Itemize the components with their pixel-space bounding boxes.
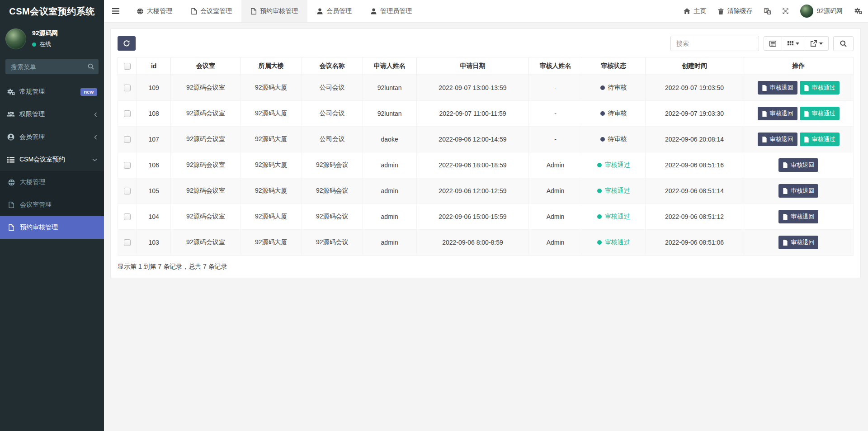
gears-icon xyxy=(7,89,15,95)
table-row: 10692源码会议室92源码大厦92源码会议admin2022-09-06 18… xyxy=(118,152,854,178)
sidebar-item-general[interactable]: 常规管理 new xyxy=(0,81,104,103)
meeting-name-cell: 92源码会议 xyxy=(302,230,363,256)
sidebar-item-permissions[interactable]: 权限管理 xyxy=(0,103,104,126)
row-checkbox[interactable] xyxy=(124,188,131,194)
building-cell: 92源码大厦 xyxy=(241,75,302,101)
reject-button[interactable]: 审核退回 xyxy=(778,184,818,198)
export-dropdown-button[interactable] xyxy=(805,36,829,51)
reject-button[interactable]: 审核退回 xyxy=(758,133,797,146)
applicant-cell: admin xyxy=(363,178,416,204)
applicant-cell: daoke xyxy=(363,127,416,152)
tab-admin-mgmt[interactable]: 管理员管理 xyxy=(361,0,421,22)
columns-dropdown-button[interactable] xyxy=(782,36,805,51)
file-icon xyxy=(762,85,767,91)
sidebar-item-label: 大楼管理 xyxy=(20,178,45,186)
gears-icon xyxy=(854,8,862,14)
reviewer-cell: - xyxy=(529,75,582,101)
users-icon xyxy=(7,111,15,118)
row-id-cell: 104 xyxy=(137,204,171,230)
approve-button[interactable]: 审核通过 xyxy=(800,133,840,146)
sidebar-item-members[interactable]: 会员管理 xyxy=(0,126,104,148)
sidebar-search-input[interactable] xyxy=(5,59,99,74)
apply-date-cell: 2022-09-06 18:00-18:59 xyxy=(416,152,529,178)
row-checkbox[interactable] xyxy=(124,213,131,220)
row-id-cell: 103 xyxy=(137,230,171,256)
building-cell: 92源码大厦 xyxy=(241,204,302,230)
tab-room-mgmt[interactable]: 会议室管理 xyxy=(182,0,241,22)
room-cell: 92源码会议室 xyxy=(171,204,241,230)
status-cell: 待审核 xyxy=(582,75,645,101)
table-row: 10992源码会议室92源码大厦公司会议92luntan2022-09-07 1… xyxy=(118,75,854,101)
sidebar-item-csm-reservation[interactable]: CSM会议室预约 xyxy=(0,148,104,171)
search-icon[interactable] xyxy=(88,63,94,70)
select-all-checkbox[interactable] xyxy=(124,63,131,70)
tab-member-mgmt[interactable]: 会员管理 xyxy=(307,0,361,22)
avatar xyxy=(5,28,26,49)
sidebar-item-reservation-review[interactable]: 预约审核管理 xyxy=(0,216,104,239)
column-header-reviewer: 审核人姓名 xyxy=(529,57,582,75)
detail-view-button[interactable] xyxy=(764,36,782,51)
language-button[interactable]: 文A xyxy=(758,0,777,22)
actions-cell: 审核退回 xyxy=(744,230,853,256)
sidebar-item-label: CSM会议室预约 xyxy=(19,156,65,164)
reject-button[interactable]: 审核退回 xyxy=(778,210,818,223)
table-search-input[interactable] xyxy=(670,36,759,51)
table-row: 10592源码会议室92源码大厦92源码会议admin2022-09-06 12… xyxy=(118,178,854,204)
approve-button[interactable]: 审核通过 xyxy=(800,107,840,120)
building-cell: 92源码大厦 xyxy=(241,101,302,127)
column-header-building: 所属大楼 xyxy=(241,57,302,75)
applicant-cell: admin xyxy=(363,230,416,256)
fullscreen-button[interactable] xyxy=(777,0,794,22)
approve-button[interactable]: 审核通过 xyxy=(800,81,840,95)
status-badge: 待审核 xyxy=(600,84,627,92)
tab-label: 会议室管理 xyxy=(200,7,232,15)
navbar-right: 主页 清除缓存 文A 92源码网 xyxy=(678,0,868,22)
tab-label: 管理员管理 xyxy=(380,7,412,15)
sidebar-item-label: 会议室管理 xyxy=(20,201,52,209)
settings-button[interactable] xyxy=(849,0,868,22)
row-checkbox[interactable] xyxy=(124,162,131,169)
row-checkbox[interactable] xyxy=(124,136,131,143)
meeting-name-cell: 92源码会议 xyxy=(302,204,363,230)
clear-cache-label: 清除缓存 xyxy=(727,7,752,15)
row-checkbox-cell xyxy=(118,127,137,152)
room-cell: 92源码会议室 xyxy=(171,230,241,256)
table-toolbar xyxy=(118,36,854,51)
row-checkbox[interactable] xyxy=(124,239,131,246)
tab-building-mgmt[interactable]: 大楼管理 xyxy=(127,0,182,22)
button-label: 审核退回 xyxy=(770,84,793,92)
reviewer-cell: Admin xyxy=(529,178,582,204)
tab-label: 大楼管理 xyxy=(147,7,172,15)
clear-cache-link[interactable]: 清除缓存 xyxy=(712,0,758,22)
sidebar-item-label: 会员管理 xyxy=(19,133,45,141)
hamburger-menu-icon[interactable] xyxy=(104,0,127,22)
refresh-icon xyxy=(123,40,130,47)
row-checkbox[interactable] xyxy=(124,85,131,91)
actions-cell: 审核退回审核通过 xyxy=(744,127,853,152)
tab-reservation-review[interactable]: 预约审核管理 xyxy=(241,0,307,22)
column-header-status: 审核状态 xyxy=(582,57,645,75)
language-icon: 文A xyxy=(764,8,771,14)
refresh-button[interactable] xyxy=(118,36,136,51)
search-toggle-button[interactable] xyxy=(833,36,854,51)
meeting-name-cell: 公司会议 xyxy=(302,101,363,127)
search-icon xyxy=(840,40,847,47)
user-menu[interactable]: 92源码网 xyxy=(794,0,849,22)
reject-button[interactable]: 审核退回 xyxy=(758,81,797,95)
reject-button[interactable]: 审核退回 xyxy=(778,158,818,172)
status-badge: 审核通过 xyxy=(597,161,630,169)
file-icon xyxy=(783,240,788,246)
reject-button[interactable]: 审核退回 xyxy=(778,236,818,249)
globe-icon xyxy=(137,8,143,14)
reject-button[interactable]: 审核退回 xyxy=(758,107,797,120)
row-checkbox[interactable] xyxy=(124,110,131,117)
status-badge: 待审核 xyxy=(600,109,627,118)
home-link[interactable]: 主页 xyxy=(678,0,712,22)
status-dot xyxy=(597,240,602,245)
main-content: id 会议室 所属大楼 会议名称 申请人姓名 申请日期 审核人姓名 审核状态 创… xyxy=(104,0,868,278)
row-id-cell: 108 xyxy=(137,101,171,127)
sidebar-item-building-mgmt[interactable]: 大楼管理 xyxy=(0,171,104,194)
file-icon xyxy=(783,214,788,220)
sidebar-item-room-mgmt[interactable]: 会议室管理 xyxy=(0,194,104,216)
column-header-actions: 操作 xyxy=(744,57,853,75)
